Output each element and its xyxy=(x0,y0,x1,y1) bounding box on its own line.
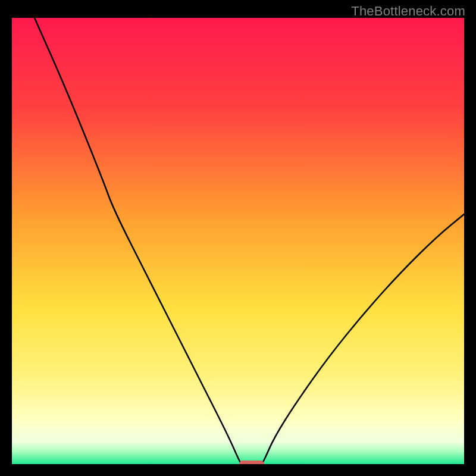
plot-area xyxy=(12,18,464,464)
svg-rect-0 xyxy=(12,18,464,464)
background-gradient xyxy=(12,18,464,464)
optimal-marker xyxy=(239,461,264,464)
chart-frame: TheBottleneck.com xyxy=(0,0,476,476)
watermark-text: TheBottleneck.com xyxy=(351,4,465,19)
